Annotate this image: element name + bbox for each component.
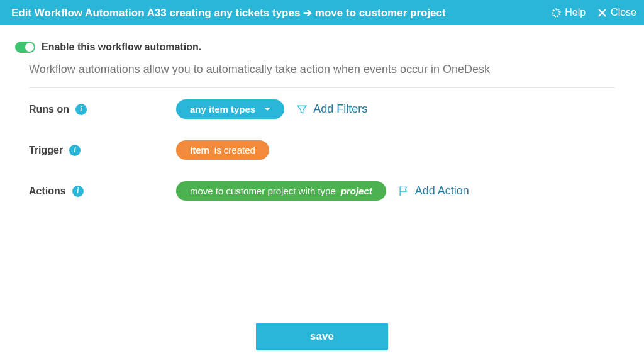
close-label: Close — [611, 7, 636, 18]
help-icon — [551, 8, 562, 18]
help-button[interactable]: Help — [551, 7, 586, 18]
trigger-subject: item — [190, 145, 209, 155]
dialog-header: Edit Workflow Automation A33 creating an… — [0, 0, 644, 25]
save-button[interactable]: save — [256, 323, 388, 350]
actions-label: Actions — [29, 186, 66, 197]
flag-icon — [397, 185, 410, 198]
close-icon — [597, 8, 608, 18]
add-action-label: Add Action — [415, 184, 469, 198]
runs-on-value: any item types — [190, 104, 255, 114]
trigger-label: Trigger — [29, 145, 63, 156]
chevron-down-icon — [264, 108, 270, 111]
help-label: Help — [565, 7, 586, 18]
action-pill[interactable]: move to customer project with type proje… — [176, 181, 386, 201]
runs-on-dropdown[interactable]: any item types — [176, 99, 284, 119]
dialog-content: Enable this workflow automation. Workflo… — [0, 25, 644, 201]
action-type: project — [341, 186, 372, 196]
add-action-button[interactable]: Add Action — [397, 184, 469, 198]
info-icon[interactable]: i — [75, 104, 87, 115]
enable-toggle[interactable] — [15, 42, 35, 53]
enable-toggle-row: Enable this workflow automation. — [15, 42, 615, 53]
toggle-knob — [25, 43, 34, 52]
description-text: Workflow automations allow you to automa… — [29, 63, 615, 88]
actions-row: Actions i move to customer project with … — [15, 181, 615, 201]
trigger-verb: is created — [214, 145, 255, 155]
runs-on-label: Runs on — [29, 104, 69, 115]
save-row: save — [0, 323, 644, 350]
filter-icon — [296, 103, 308, 116]
runs-on-row: Runs on i any item types Add Filters — [15, 99, 615, 119]
add-filters-button[interactable]: Add Filters — [296, 103, 367, 116]
trigger-row: Trigger i item is created — [15, 140, 615, 160]
close-button[interactable]: Close — [597, 7, 636, 18]
info-icon[interactable]: i — [72, 186, 84, 197]
info-icon[interactable]: i — [69, 145, 80, 156]
trigger-pill[interactable]: item is created — [176, 140, 269, 160]
action-text: move to customer project with type — [190, 186, 336, 196]
header-actions: Help Close — [551, 7, 636, 18]
dialog-title: Edit Workflow Automation A33 creating an… — [11, 6, 446, 20]
add-filters-label: Add Filters — [313, 103, 367, 116]
enable-toggle-label: Enable this workflow automation. — [42, 42, 201, 53]
